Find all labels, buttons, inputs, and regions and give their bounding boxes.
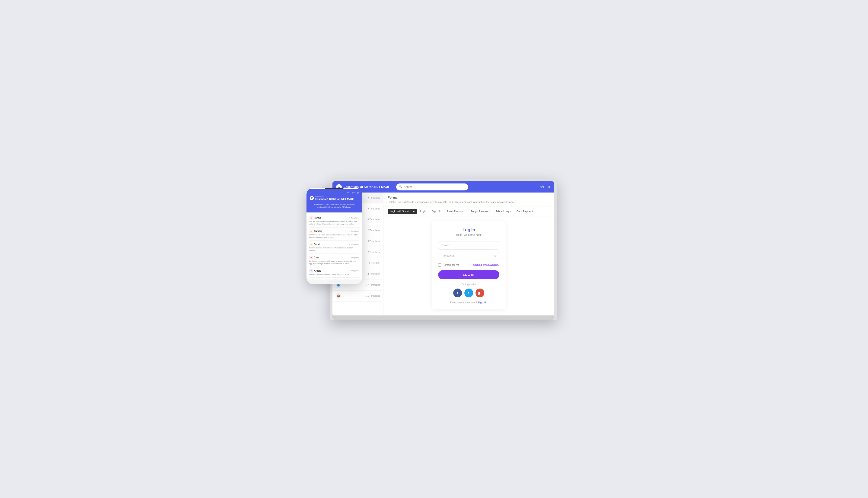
- main-content: Forms Get the user's details to authenti…: [384, 193, 554, 315]
- login-card: Log In Hello, welcome back 👁 Rememb: [432, 221, 506, 310]
- forget-password-link[interactable]: FORGET PASSWORD?: [471, 263, 499, 266]
- phone-logo-icon: 🛡: [310, 196, 314, 200]
- phone-list-name-0: Forms: [314, 217, 321, 219]
- phone-list-name-2: Detail: [314, 243, 320, 246]
- password-wrap: 👁: [438, 252, 499, 260]
- phone-logo-row: 🛡 Syncfusion's Essential® UI Kit for .NE…: [310, 196, 359, 200]
- phone-item-icon-1: ■: [309, 230, 313, 233]
- phone-list-item-0[interactable]: ■ Forms 9 Templates Get the user's detai…: [309, 214, 359, 227]
- phone-list-count-4: 3 Templates: [349, 270, 359, 272]
- header-actions: </> ⚙: [540, 185, 550, 189]
- app-body: 📋 Forms 9 Templates 🗂 Catalog 9 Template…: [332, 193, 554, 315]
- phone-item-icon-2: ■: [309, 243, 313, 246]
- email-input[interactable]: [438, 241, 499, 250]
- phone-list-count-1: 9 Templates: [349, 230, 359, 232]
- phone-list-item-2[interactable]: ■ Detail 6 Templates Display detailed an…: [309, 240, 359, 254]
- sidebar-item-count-0: 9 Templates: [368, 196, 380, 199]
- phone-brand: Syncfusion's: [315, 196, 353, 198]
- tab-card[interactable]: Card Payment: [514, 209, 535, 214]
- laptop-base: [332, 315, 554, 319]
- login-title: Log In: [438, 227, 499, 233]
- tab-login[interactable]: Login: [418, 209, 429, 214]
- sidebar-item-count-4: 3 Templates: [368, 240, 380, 243]
- phone-list: ■ Forms 9 Templates Get the user's detai…: [307, 212, 362, 280]
- phone-list-header-3: ■ Chat 2 Templates: [309, 255, 359, 259]
- remember-checkbox[interactable]: [438, 263, 441, 266]
- sidebar-item-left: 📦: [336, 293, 343, 299]
- sidebar-item-count-6: 1 Template: [369, 262, 380, 264]
- social-row: f t g+: [438, 289, 499, 297]
- phone-search-icon[interactable]: 🔍: [347, 192, 350, 194]
- search-input[interactable]: [404, 185, 465, 188]
- code-icon[interactable]: </>: [540, 185, 545, 189]
- phone-list-name-1: Catalog: [314, 230, 322, 233]
- tab-forgot[interactable]: Forgot Password: [469, 209, 492, 214]
- laptop: 🛡 Essential® UI Kit for .NET MAUI 🔍 </> …: [330, 179, 557, 319]
- phone-list-header-4: ■ Article 3 Templates: [309, 269, 359, 273]
- phone-home-indicator: [328, 281, 341, 282]
- sidebar-item-count-1: 9 Templates: [368, 207, 380, 210]
- phone-list-desc-1: Let the users select from the list of it…: [309, 234, 359, 239]
- signup-row: Don't have an account? Sign Up: [438, 301, 499, 304]
- mobile-phone: 🔍 </> ⚙ 🛡 Syncfusion's Essential® UI Kit…: [307, 188, 362, 284]
- phone-list-header-1: ■ Catalog 9 Templates: [309, 230, 359, 233]
- phone-header-top: 🔍 </> ⚙: [310, 192, 359, 194]
- phone-list-count-0: 9 Templates: [349, 217, 359, 219]
- content-desc: Get the user's details to authenticate, …: [388, 200, 550, 204]
- preview-area: Log In Hello, welcome back 👁 Rememb: [384, 217, 554, 314]
- sidebar-item-count-3: 2 Templates: [368, 229, 380, 232]
- remember-text: Remember me: [443, 263, 459, 266]
- phone-item-icon-4: ■: [309, 269, 313, 273]
- phone-bottom-bar: [307, 279, 362, 284]
- search-bar[interactable]: 🔍: [396, 183, 468, 191]
- phone-settings-icon[interactable]: ⚙: [357, 192, 359, 194]
- eye-icon[interactable]: 👁: [494, 254, 497, 258]
- phone-list-desc-0: Get the user's details to authenticate, …: [309, 221, 359, 225]
- phone-code-icon[interactable]: </>: [352, 192, 355, 194]
- sidebar-item-count-8: 17 Templates: [366, 284, 380, 286]
- remember-label[interactable]: Remember me: [438, 263, 459, 266]
- settings-icon[interactable]: ⚙: [547, 185, 550, 189]
- phone-list-desc-2: Display detailed and relevant informatio…: [309, 247, 359, 252]
- sidebar-item-count-2: 6 Templates: [368, 218, 380, 221]
- tab-signup[interactable]: Sign Up: [430, 209, 443, 214]
- app-header: 🛡 Essential® UI Kit for .NET MAUI 🔍 </> …: [332, 181, 554, 193]
- sidebar-item-count-5: 2 Templates: [368, 251, 380, 253]
- phone-list-name-3: Chat: [314, 256, 319, 259]
- sidebar-item-row7[interactable]: 📦 11 Templates: [332, 291, 383, 302]
- phone-list-item-1[interactable]: ■ Catalog 9 Templates Let the users sele…: [309, 227, 359, 241]
- sidebar-item-count-7: 3 Templates: [368, 273, 380, 275]
- phone-app-name: Essential® UI Kit for .NET MAUI: [315, 198, 353, 200]
- no-account-text: Don't have an account?: [450, 301, 477, 304]
- login-button[interactable]: LOG IN: [438, 270, 499, 279]
- tab-bar: Login with Social IconLoginSign UpReset …: [384, 207, 554, 217]
- facebook-login-button[interactable]: f: [453, 289, 462, 297]
- twitter-login-button[interactable]: t: [464, 289, 473, 297]
- signup-link[interactable]: Sign Up: [478, 301, 487, 304]
- password-input[interactable]: [438, 252, 499, 260]
- phone-list-count-3: 2 Templates: [349, 257, 359, 259]
- phone-desc: Essential UI Kit for .NET MAUI includes …: [310, 201, 359, 209]
- tab-reset[interactable]: Reset Password: [444, 209, 467, 214]
- login-subtitle: Hello, welcome back: [438, 233, 499, 237]
- phone-list-name-4: Article: [314, 270, 321, 272]
- sidebar-item-count-9: 11 Templates: [366, 294, 380, 297]
- remember-row: Remember me FORGET PASSWORD?: [438, 263, 499, 266]
- or-text: Or login with: [438, 283, 499, 286]
- phone-list-item-3[interactable]: ■ Chat 2 Templates Exchange messages wit…: [309, 254, 359, 267]
- tab-tabbed[interactable]: Tabbed Login: [493, 209, 513, 214]
- search-icon: 🔍: [399, 185, 402, 188]
- tab-login-social[interactable]: Login with Social Icon: [388, 209, 417, 214]
- phone-list-header-2: ■ Detail 6 Templates: [309, 243, 359, 246]
- phone-list-desc-3: Exchange messages with users or customer…: [309, 260, 359, 265]
- content-title: Forms: [388, 196, 550, 199]
- content-header: Forms Get the user's details to authenti…: [384, 193, 554, 207]
- phone-list-desc-4: Organize blog posts in an easy-to-naviga…: [309, 273, 359, 276]
- google-plus-login-button[interactable]: g+: [476, 289, 484, 297]
- phone-header: 🔍 </> ⚙ 🛡 Syncfusion's Essential® UI Kit…: [307, 189, 362, 212]
- phone-list-count-2: 6 Templates: [349, 243, 359, 245]
- phone-list-item-4[interactable]: ■ Article 3 Templates Organize blog post…: [309, 267, 359, 278]
- phone-item-icon-3: ■: [309, 255, 313, 259]
- scene: 🔍 </> ⚙ 🛡 Syncfusion's Essential® UI Kit…: [307, 179, 561, 319]
- phone-item-icon-0: ■: [309, 216, 313, 220]
